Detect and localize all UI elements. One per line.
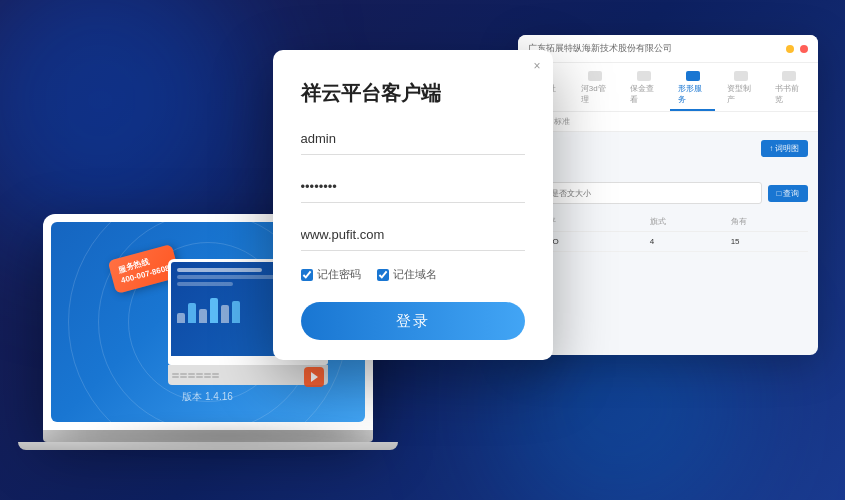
bar-6 [232, 301, 240, 323]
win-controls: × [533, 60, 540, 72]
remember-password-label[interactable]: 记住密码 [301, 267, 361, 282]
cell-count: 4 [646, 232, 727, 252]
nav-icon-service [686, 71, 700, 81]
password-input[interactable] [301, 171, 525, 203]
app-close-btn[interactable] [800, 45, 808, 53]
remember-domain-checkbox[interactable] [377, 269, 389, 281]
col-header-2: 旗式 [646, 212, 727, 232]
inner-bar-3 [177, 282, 234, 286]
scene: 广东拓展特纵海新技术股份有限公司 3d拓址业 河3d管理 保金查看 形形服务 [13, 20, 833, 480]
nav-icon-preserve [637, 71, 651, 81]
table-row: 360 PO 4 15 [528, 232, 808, 252]
nav-icon-river [588, 71, 602, 81]
app-navbar: 3d拓址业 河3d管理 保金查看 形形服务 资型制产 书书前览 [518, 63, 818, 112]
nav-item-asset[interactable]: 资型制产 [719, 67, 763, 111]
nav-item-preserve[interactable]: 保金查看 [622, 67, 666, 111]
query-button[interactable]: □ 查询 [768, 185, 807, 202]
app-window: 广东拓展特纵海新技术股份有限公司 3d拓址业 河3d管理 保金查看 形形服务 [518, 35, 818, 355]
app-content: ↑ 词明图 结果是: □ 查询 稳定平 旗式 角有 [518, 132, 818, 280]
ocd-label: OcD [528, 262, 808, 272]
nav-item-river[interactable]: 河3d管理 [573, 67, 618, 111]
bar-4 [210, 298, 218, 323]
nav-item-book[interactable]: 书书前览 [767, 67, 811, 111]
username-input[interactable] [301, 123, 525, 155]
login-body: 记住密码 记住域名 登录 [273, 123, 553, 340]
bar-3 [199, 309, 207, 323]
login-button[interactable]: 登录 [301, 302, 525, 340]
version-text: 版本 1.4.16 [182, 390, 233, 404]
login-title: 祥云平台客户端 [273, 72, 553, 123]
play-button[interactable] [304, 367, 324, 387]
search-row: ↑ 词明图 [528, 140, 808, 157]
login-header: × [273, 50, 553, 72]
remember-password-checkbox[interactable] [301, 269, 313, 281]
bar-1 [177, 313, 185, 323]
checkboxes: 记住密码 记住域名 [301, 267, 525, 282]
app-titlebar: 广东拓展特纵海新技术股份有限公司 [518, 35, 818, 63]
col-header-3: 角有 [727, 212, 808, 232]
detail-button[interactable]: ↑ 词明图 [761, 140, 807, 157]
filter-label: 结果是: [528, 165, 808, 176]
close-button[interactable]: × [533, 60, 540, 72]
nav-icon-book [782, 71, 796, 81]
nav-icon-asset [734, 71, 748, 81]
url-input[interactable] [301, 219, 525, 251]
laptop-shadow [73, 425, 383, 445]
inner-bar-1 [177, 268, 262, 272]
data-table: 稳定平 旗式 角有 360 PO 4 15 [528, 212, 808, 252]
bar-5 [221, 305, 229, 323]
remember-domain-label[interactable]: 记住域名 [377, 267, 437, 282]
app-breadcrumb: 》 捷名标准 [518, 112, 818, 132]
search-bar-row: □ 查询 [528, 182, 808, 204]
bar-2 [188, 303, 196, 323]
search-input-mini[interactable] [528, 182, 763, 204]
app-minimize-btn[interactable] [786, 45, 794, 53]
nav-item-service[interactable]: 形形服务 [670, 67, 714, 111]
app-win-controls [786, 45, 808, 53]
cell-status: 15 [727, 232, 808, 252]
play-icon [311, 372, 318, 382]
login-window: × 祥云平台客户端 记住密码 记住域名 登录 [273, 50, 553, 360]
